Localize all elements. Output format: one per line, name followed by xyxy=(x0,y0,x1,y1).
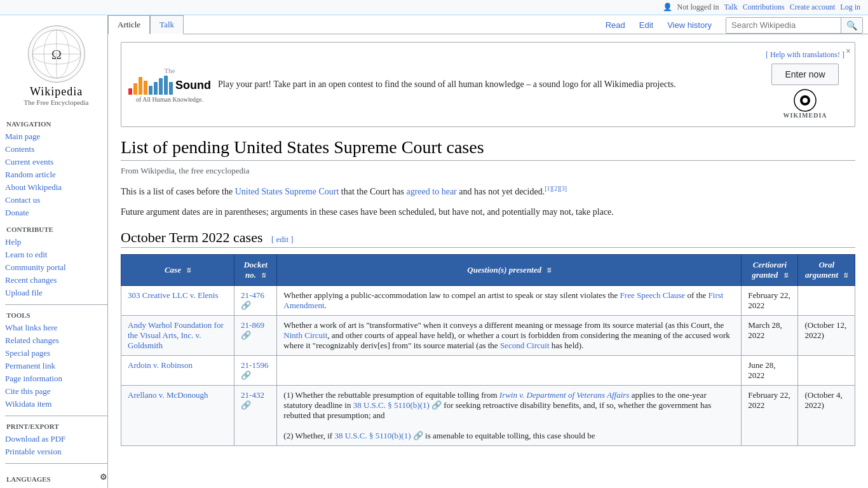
svg-text:Ω: Ω xyxy=(51,46,61,62)
sidebar-item-what-links-here[interactable]: What links here xyxy=(5,322,107,334)
gear-icon[interactable]: ⚙ xyxy=(100,472,107,482)
article-body: This is a list of cases before the Unite… xyxy=(121,184,855,219)
view-history-button[interactable]: View history xyxy=(662,17,717,34)
svg-point-9 xyxy=(803,98,808,103)
navigation-nav: Main page Contents Current events Random… xyxy=(5,130,107,219)
talk-link[interactable]: Talk xyxy=(724,3,738,12)
languages-section-title: Languages xyxy=(5,475,51,483)
ref-1[interactable]: [1] xyxy=(545,185,552,192)
log-in-link[interactable]: Log in xyxy=(840,3,860,12)
sidebar-item-current-events[interactable]: Current events xyxy=(5,156,107,168)
sidebar-item-download-pdf[interactable]: Download as PDF xyxy=(5,433,107,445)
cert-ardoin: June 28, 2022 xyxy=(742,356,798,386)
sidebar-item-related-changes[interactable]: Related changes xyxy=(5,334,107,347)
case-name-arellano: Arellano v. McDonough xyxy=(121,386,234,446)
case-name-303-creative: 303 Creative LLC v. Elenis xyxy=(121,286,234,316)
sidebar: Ω Wikipedia The Free Encyclopedia Naviga… xyxy=(0,15,108,488)
wikimedia-logo: WIKIMEDIA xyxy=(783,89,827,119)
sound-bars xyxy=(128,76,173,95)
sidebar-item-page-information[interactable]: Page information xyxy=(5,372,107,385)
docket-warhol: 21-869 🔗 xyxy=(234,316,277,356)
question-warhol: Whether a work of art is "transformative… xyxy=(277,316,742,356)
wikimedia-label: WIKIMEDIA xyxy=(783,112,827,119)
languages-section: Languages ⚙ ✏ Add links xyxy=(5,469,107,488)
sidebar-item-special-pages[interactable]: Special pages xyxy=(5,347,107,360)
cert-warhol: March 28, 2022 xyxy=(742,316,798,356)
sidebar-item-contact-us[interactable]: Contact us xyxy=(5,194,107,207)
banner-text: Play your part! Take part in an open con… xyxy=(218,79,756,90)
section-edit-link[interactable]: [ edit ] xyxy=(271,234,294,244)
not-logged-in-label: Not logged in xyxy=(677,3,719,12)
sidebar-item-learn-to-edit[interactable]: Learn to edit xyxy=(5,248,107,261)
article-title: List of pending United States Supreme Co… xyxy=(121,137,855,161)
contribute-section-title: Contribute xyxy=(5,226,107,233)
content-area: The xyxy=(108,34,868,488)
sidebar-item-random-article[interactable]: Random article xyxy=(5,168,107,181)
oral-ardoin xyxy=(798,356,855,386)
site-name: Wikipedia xyxy=(30,85,83,98)
sidebar-item-add-links[interactable]: ✏ Add links xyxy=(5,485,107,488)
create-account-link[interactable]: Create account xyxy=(790,3,836,12)
table-row: 303 Creative LLC v. Elenis 21-476 🔗 Whet… xyxy=(121,286,855,316)
sidebar-item-help[interactable]: Help xyxy=(5,236,107,248)
oral-warhol: (October 12, 2022) xyxy=(798,316,855,356)
oral-arellano: (October 4, 2022) xyxy=(798,386,855,446)
sidebar-item-main-page[interactable]: Main page xyxy=(5,130,107,143)
ref-2[interactable]: [2] xyxy=(552,185,560,192)
table-header-question[interactable]: Question(s) presented ⇅ xyxy=(277,255,742,286)
ref-3[interactable]: [3] xyxy=(560,185,567,192)
cases-table: Case ⇅ Docketno. ⇅ Question(s) presented… xyxy=(121,254,855,446)
cert-arellano: February 22, 2022 xyxy=(742,386,798,446)
print-nav: Download as PDF Printable version xyxy=(5,433,107,458)
sidebar-item-upload-file[interactable]: Upload file xyxy=(5,287,107,299)
case-name-warhol: Andy Warhol Foundation for the Visual Ar… xyxy=(121,316,234,356)
enter-now-button[interactable]: Enter now xyxy=(771,64,838,85)
tab-actions: Read Edit View history 🔍 xyxy=(600,17,868,34)
question-303-creative: Whether applying a public-accommodation … xyxy=(277,286,742,316)
tools-section-title: Tools xyxy=(5,311,107,319)
article-subtitle: From Wikipedia, the free encyclopedia xyxy=(121,166,855,176)
tools-nav: What links here Related changes Special … xyxy=(5,322,107,410)
article-intro-1: This is a list of cases before the Unite… xyxy=(121,184,855,199)
question-arellano: (1) Whether the rebuttable presumption o… xyxy=(277,386,742,446)
table-header-case[interactable]: Case ⇅ xyxy=(121,255,234,286)
sidebar-item-donate[interactable]: Donate xyxy=(5,207,107,219)
question-ardoin xyxy=(277,356,742,386)
search-button[interactable]: 🔍 xyxy=(841,18,862,33)
site-tagline: The Free Encyclopedia xyxy=(24,98,88,106)
sidebar-logo: Ω Wikipedia The Free Encyclopedia xyxy=(5,20,107,114)
sidebar-item-permanent-link[interactable]: Permanent link xyxy=(5,360,107,372)
edit-button[interactable]: Edit xyxy=(634,17,658,34)
table-header-cert[interactable]: Certiorarigranted ⇅ xyxy=(742,255,798,286)
table-header-docket[interactable]: Docketno. ⇅ xyxy=(234,255,277,286)
tab-talk[interactable]: Talk xyxy=(150,15,184,34)
table-row: Andy Warhol Foundation for the Visual Ar… xyxy=(121,316,855,356)
banner-action: [ Help with translations! ] Enter now WI… xyxy=(766,50,844,119)
user-icon: 👤 xyxy=(663,3,672,12)
banner-close-button[interactable]: × xyxy=(846,46,851,57)
table-row: Ardoin v. Robinson 21-1596 🔗 June 28, 20… xyxy=(121,356,855,386)
agreed-to-hear-link[interactable]: agreed to hear xyxy=(406,187,456,196)
docket-arellano: 21-432 🔗 xyxy=(234,386,277,446)
tab-article[interactable]: Article xyxy=(108,15,150,34)
table-row: Arellano v. McDonough 21-432 🔗 (1) Wheth… xyxy=(121,386,855,446)
read-button[interactable]: Read xyxy=(600,17,630,34)
help-translations-link[interactable]: [ Help with translations! ] xyxy=(766,50,844,60)
contribute-nav: Help Learn to edit Community portal Rece… xyxy=(5,236,107,299)
contributions-link[interactable]: Contributions xyxy=(743,3,785,12)
search-input[interactable] xyxy=(726,18,841,32)
sidebar-item-recent-changes[interactable]: Recent changes xyxy=(5,274,107,287)
table-header-oral[interactable]: Oral argument ⇅ xyxy=(798,255,855,286)
sidebar-item-community-portal[interactable]: Community portal xyxy=(5,261,107,274)
oral-303-creative xyxy=(798,286,855,316)
docket-303-creative: 21-476 🔗 xyxy=(234,286,277,316)
wikipedia-logo: Ω xyxy=(28,25,85,83)
scotus-link[interactable]: United States Supreme Court xyxy=(235,187,339,196)
sidebar-item-about-wikipedia[interactable]: About Wikipedia xyxy=(5,181,107,194)
sidebar-item-cite-this-page[interactable]: Cite this page xyxy=(5,385,107,398)
sidebar-item-contents[interactable]: Contents xyxy=(5,143,107,156)
sidebar-item-printable-version[interactable]: Printable version xyxy=(5,445,107,458)
tabs-area: Article Talk Read Edit View history 🔍 xyxy=(108,15,868,34)
cert-303-creative: February 22, 2022 xyxy=(742,286,798,316)
sidebar-item-wikidata-item[interactable]: Wikidata item xyxy=(5,398,107,410)
